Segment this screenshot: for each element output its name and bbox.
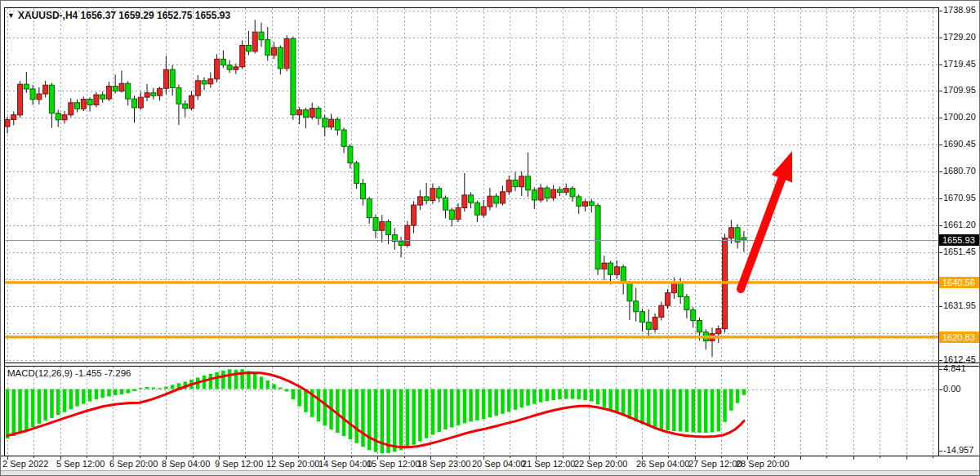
time-axis-label: 8 Sep 04:00 <box>162 459 210 469</box>
current-price-badge: 1655.93 <box>939 234 980 246</box>
time-axis-label: 20 Sep 04:00 <box>472 459 525 469</box>
time-axis-label: 12 Sep 20:00 <box>266 459 319 469</box>
time-axis-label: 2 Sep 2022 <box>2 459 48 469</box>
time-axis-label: 18 Sep 23:00 <box>417 459 470 469</box>
level-price-badge[interactable]: 1640.56 <box>939 277 980 288</box>
time-axis-label: 9 Sep 12:00 <box>215 459 263 469</box>
time-axis-label: 21 Sep 12:00 <box>522 459 575 469</box>
chart-title-text: XAUUSD-,H4 1656.37 1659.29 1652.75 1655.… <box>18 10 230 21</box>
time-axis-label: 22 Sep 20:00 <box>574 459 627 469</box>
time-axis-label: 28 Sep 20:00 <box>736 459 789 469</box>
price-axis-label: 1719.45 <box>943 59 976 69</box>
time-axis-label: 15 Sep 12:00 <box>367 459 420 469</box>
macd-axis-label: 4.841 <box>943 363 966 373</box>
axis-ticks <box>8 11 943 460</box>
price-axis-label: 1690.45 <box>943 139 976 149</box>
window-bottom-strip <box>1 470 980 475</box>
price-axis-label: 1680.70 <box>943 166 976 176</box>
macd-axis-label: -14.957 <box>943 445 973 455</box>
time-axis-label: 26 Sep 04:00 <box>636 459 689 469</box>
chart-canvas[interactable] <box>1 1 980 476</box>
price-axis-label: 1700.20 <box>943 112 976 122</box>
price-axis-label: 1729.20 <box>943 32 976 42</box>
price-axis-label: 1709.95 <box>943 85 976 95</box>
macd-indicator-label: MACD(12,26,9) -1.455 -7.296 <box>7 368 131 378</box>
chart-title: ▼XAUUSD-,H4 1656.37 1659.29 1652.75 1655… <box>7 10 230 21</box>
symbol-dropdown-icon[interactable]: ▼ <box>7 11 15 20</box>
time-axis-label: 6 Sep 20:00 <box>109 459 158 469</box>
trading-chart-window: ▼XAUUSD-,H4 1656.37 1659.29 1652.75 1655… <box>0 0 980 476</box>
price-axis-label: 1631.95 <box>943 300 976 310</box>
time-axis-label: 14 Sep 04:00 <box>318 459 372 469</box>
price-axis-label: 1670.95 <box>943 193 976 202</box>
gridlines <box>5 8 938 455</box>
level-price-badge[interactable]: 1620.83 <box>939 331 980 343</box>
price-axis-label: 1651.45 <box>943 247 976 256</box>
time-axis-label: 5 Sep 12:00 <box>56 459 105 469</box>
price-axis-label: 1661.20 <box>943 220 976 229</box>
price-axis-label: 1738.95 <box>943 5 976 15</box>
macd-axis-label: 0.00 <box>943 384 960 394</box>
time-axis-label: 27 Sep 12:00 <box>688 459 742 469</box>
